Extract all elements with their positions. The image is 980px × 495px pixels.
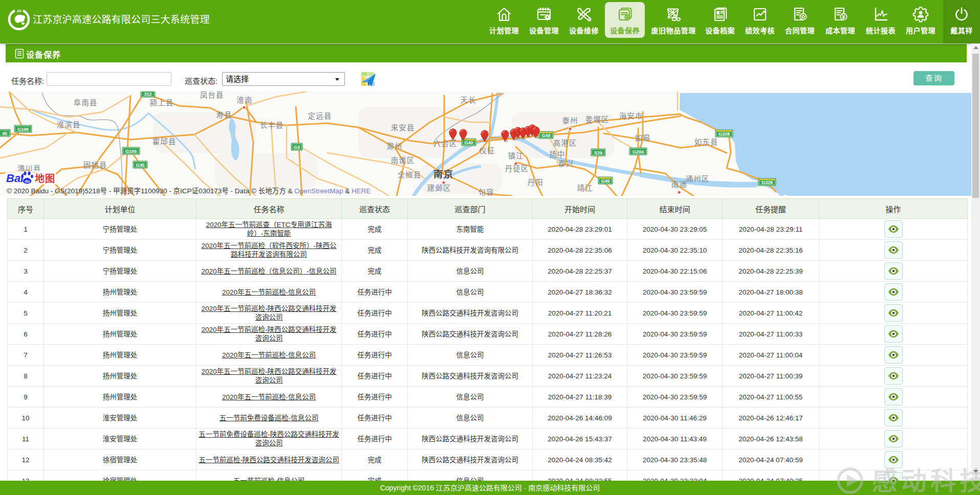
svg-text:G35: G35 xyxy=(136,163,144,168)
svg-text:© 2020 Baidu - GS(2019)5218号 -: © 2020 Baidu - GS(2019)5218号 - 甲测资字11009… xyxy=(7,187,371,195)
svg-text:天长: 天长 xyxy=(461,96,476,104)
svg-text:南京: 南京 xyxy=(433,169,454,179)
svg-text:丹徒区: 丹徒区 xyxy=(505,165,529,173)
svg-text:通州区: 通州区 xyxy=(686,175,710,183)
svg-text:来安县: 来安县 xyxy=(391,124,415,132)
svg-text:固始县: 固始县 xyxy=(83,161,107,169)
svg-text:南谯区: 南谯区 xyxy=(391,156,415,165)
svg-text:地图: 地图 xyxy=(35,173,55,184)
svg-text:如东县: 如东县 xyxy=(694,138,718,146)
svg-text:镇江: 镇江 xyxy=(508,152,524,160)
svg-text:G328: G328 xyxy=(718,131,730,137)
svg-text:霍邱县: 霍邱县 xyxy=(153,138,177,146)
svg-text:长丰县: 长丰县 xyxy=(260,121,284,129)
svg-text:滁州: 滁州 xyxy=(387,142,403,150)
svg-text:丹阳: 丹阳 xyxy=(528,178,543,187)
svg-text:全椒县: 全椒县 xyxy=(398,170,422,179)
svg-text:姜堰区: 姜堰区 xyxy=(585,116,609,124)
svg-text:定远县: 定远县 xyxy=(308,112,332,120)
svg-text:六合区: 六合区 xyxy=(433,140,458,148)
svg-text:G106: G106 xyxy=(17,127,29,132)
svg-text:Bai: Bai xyxy=(6,172,24,185)
svg-text:S29: S29 xyxy=(594,150,602,155)
svg-text:淮南: 淮南 xyxy=(237,96,253,104)
svg-text:扬中: 扬中 xyxy=(550,150,565,159)
svg-text:高港区: 高港区 xyxy=(553,139,577,147)
svg-text:如皋: 如皋 xyxy=(635,134,651,142)
svg-text:G204: G204 xyxy=(633,149,644,154)
svg-text:JH: JH xyxy=(17,9,21,13)
svg-text:靖江: 靖江 xyxy=(577,184,593,192)
svg-text:G3: G3 xyxy=(294,145,300,150)
svg-text:建邺区: 建邺区 xyxy=(427,184,451,192)
svg-text:仪征: 仪征 xyxy=(480,147,495,155)
svg-text:颍上县: 颍上县 xyxy=(150,99,174,107)
svg-text:泰州: 泰州 xyxy=(562,117,578,125)
svg-text:寿县: 寿县 xyxy=(216,111,232,119)
svg-text:312: 312 xyxy=(144,92,151,97)
svg-text:G328: G328 xyxy=(761,180,773,185)
svg-text:海安市: 海安市 xyxy=(619,112,643,120)
svg-text:45: 45 xyxy=(2,131,7,136)
svg-text:du: du xyxy=(25,179,30,184)
svg-text:G105: G105 xyxy=(125,149,137,154)
svg-text:凤台县: 凤台县 xyxy=(200,92,224,99)
svg-text:G40: G40 xyxy=(541,133,550,138)
svg-text:淮滨县: 淮滨县 xyxy=(57,121,81,129)
svg-text:泰兴: 泰兴 xyxy=(558,160,574,168)
svg-text:G40: G40 xyxy=(601,178,609,184)
svg-text:句容: 句容 xyxy=(478,188,494,196)
svg-text:南通: 南通 xyxy=(671,181,687,189)
svg-text:阜南县: 阜南县 xyxy=(74,99,98,107)
